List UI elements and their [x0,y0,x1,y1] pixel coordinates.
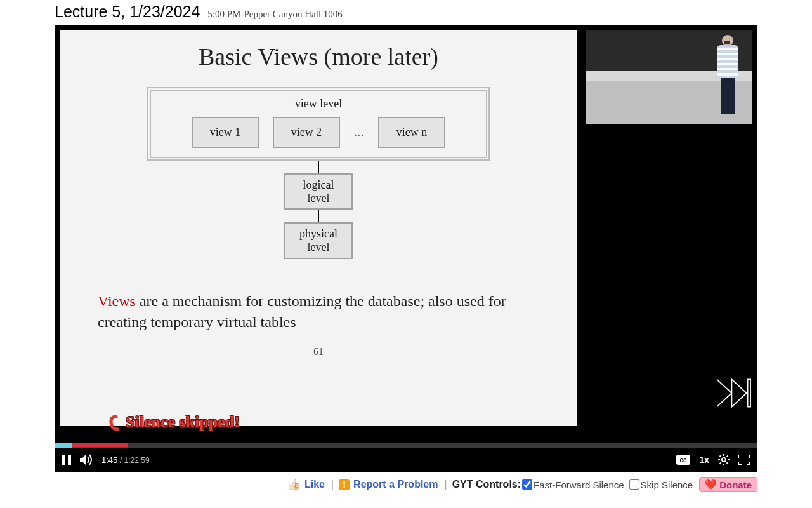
player-controls: 1:45 / 1:22:59 cc 1x [55,448,757,472]
volume-icon [80,454,93,465]
ellipsis: … [354,127,364,138]
silence-text: Silence skipped! [126,413,240,432]
settings-button[interactable] [718,454,730,465]
volume-button[interactable] [80,454,93,465]
pause-button[interactable] [62,455,71,465]
progress-buffer [55,443,72,448]
total-time: / 1:22:59 [120,456,150,465]
skip-silence-checkbox[interactable] [629,479,639,490]
speed-button[interactable]: 1x [699,455,709,465]
view-box-2: view 2 [273,117,340,148]
lecture-title: Lecture 5, 1/23/2024 [55,3,200,21]
skip-forward-icon [717,378,751,408]
fullscreen-icon [738,455,750,465]
view-level-label: view level [295,97,342,110]
current-time: 1:45 [102,455,117,465]
physical-level-box: physical level [284,222,353,258]
video-player[interactable]: Basic Views (more later) view level view… [55,25,757,472]
svg-line-10 [726,462,728,464]
time-display: 1:45 / 1:22:59 [102,455,150,465]
pause-icon [62,455,71,465]
ff-silence-checkbox[interactable] [522,479,532,490]
page-header: Lecture 5, 1/23/2024 5:00 PM-Pepper Cany… [0,0,812,22]
separator: | [444,479,447,490]
like-link[interactable]: Like [304,479,325,490]
logical-level-box: logical level [284,173,353,210]
arrow-icon [109,413,124,432]
report-link[interactable]: Report a Problem [353,479,438,490]
slide-page-number: 61 [94,346,543,358]
views-keyword: Views [98,293,136,309]
svg-rect-0 [62,455,65,465]
desc-text: are a mechanism for customizing the data… [98,293,506,331]
view-box-1: view 1 [192,117,259,148]
professor-figure [717,35,738,114]
camera-thumbnail[interactable] [586,30,752,124]
svg-point-4 [722,458,726,462]
cc-icon: cc [676,455,690,465]
slide-description: Views are a mechanism for customizing th… [98,291,543,333]
silence-skipped-overlay: Silence skipped! [109,413,240,432]
svg-line-11 [720,462,721,464]
connector-line [318,210,319,222]
fullscreen-button[interactable] [738,455,750,465]
svg-line-12 [726,456,728,457]
skip-forward-overlay[interactable] [717,378,751,408]
gear-icon [718,454,730,465]
donate-label: Donate [719,479,752,490]
slide-content: Basic Views (more later) view level view… [60,30,577,426]
skip-silence-label: Skip Silence [641,479,693,490]
bottom-bar: 👍🏻 Like | ! Report a Problem | GYT Contr… [0,472,812,492]
lecture-subtitle: 5:00 PM-Pepper Canyon Hall 1006 [207,9,342,20]
donate-button[interactable]: ❤️ Donate [699,477,757,492]
view-level-box: view level view 1 view 2 … view n [147,87,490,161]
svg-line-9 [720,456,721,457]
svg-rect-1 [68,455,71,465]
cc-button[interactable]: cc [676,455,690,465]
ff-silence-label: Fast-Forward Silence [534,479,624,490]
slide-title: Basic Views (more later) [94,43,543,70]
progress-bar[interactable] [55,443,757,448]
view-box-n: view n [378,117,445,148]
alert-icon: ! [339,479,350,490]
gyt-controls-label: GYT Controls: [452,479,521,490]
separator: | [331,479,334,490]
connector-line [318,161,319,173]
thumbs-up-icon: 👍🏻 [287,478,301,491]
heart-icon: ❤️ [705,479,717,490]
svg-text:cc: cc [680,457,688,464]
